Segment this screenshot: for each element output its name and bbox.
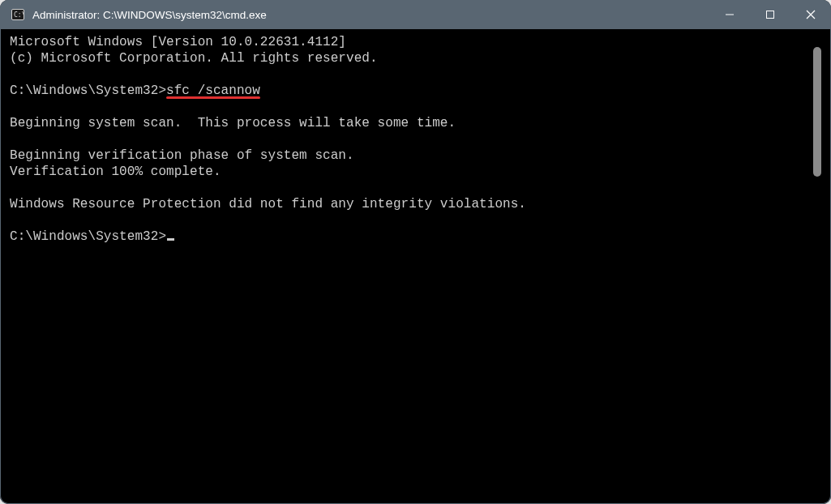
- terminal-line: [10, 212, 807, 229]
- svg-rect-3: [767, 11, 774, 19]
- terminal-line: Windows Resource Protection did not find…: [10, 196, 807, 212]
- window-title: Administrator: C:\WINDOWS\system32\cmd.e…: [32, 9, 267, 21]
- terminal-viewport: Microsoft Windows [Version 10.0.22631.41…: [6, 29, 825, 498]
- scrollbar-thumb[interactable]: [813, 47, 821, 177]
- terminal-line: Microsoft Windows [Version 10.0.22631.41…: [10, 34, 807, 50]
- cursor: [167, 238, 174, 241]
- svg-text:C:\: C:\: [14, 11, 24, 19]
- terminal-line: [10, 180, 807, 196]
- close-button[interactable]: [790, 0, 831, 29]
- cmd-window: C:\ Administrator: C:\WINDOWS\system32\c…: [0, 0, 831, 504]
- cmd-icon: C:\: [11, 8, 24, 21]
- svg-rect-2: [726, 15, 734, 15]
- terminal-line: C:\Windows\System32>sfc /scannow: [10, 83, 807, 99]
- terminal-line: (c) Microsoft Corporation. All rights re…: [10, 50, 807, 66]
- terminal-line: Beginning system scan. This process will…: [10, 115, 807, 131]
- terminal-line: [10, 99, 807, 115]
- annotation-underline: [166, 96, 260, 99]
- minimize-button[interactable]: [709, 0, 750, 29]
- terminal-output[interactable]: Microsoft Windows [Version 10.0.22631.41…: [6, 29, 810, 498]
- terminal-line: Beginning verification phase of system s…: [10, 147, 807, 164]
- scrollbar[interactable]: [812, 32, 823, 494]
- titlebar[interactable]: C:\ Administrator: C:\WINDOWS\system32\c…: [0, 0, 831, 29]
- terminal-line: [10, 66, 807, 83]
- terminal-line: [10, 131, 807, 147]
- terminal-line: C:\Windows\System32>: [10, 229, 807, 245]
- terminal-line: Verification 100% complete.: [10, 164, 807, 180]
- maximize-button[interactable]: [750, 0, 790, 29]
